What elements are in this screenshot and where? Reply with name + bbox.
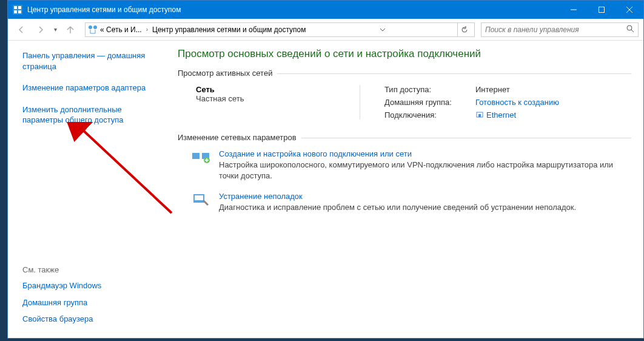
- homegroup-label: Домашняя группа:: [384, 98, 475, 107]
- svg-rect-19: [195, 195, 203, 200]
- sidebar-link-adapter-settings[interactable]: Изменение параметров адаптера: [22, 83, 158, 93]
- breadcrumb-icon: [88, 25, 98, 35]
- svg-rect-4: [18, 10, 21, 13]
- app-icon: [13, 5, 22, 15]
- refresh-button[interactable]: [457, 23, 472, 36]
- titlebar: Центр управления сетями и общим доступом: [8, 1, 643, 19]
- network-name: Сеть: [196, 85, 347, 94]
- recent-dropdown-icon[interactable]: ▾: [52, 24, 59, 35]
- svg-rect-6: [599, 7, 605, 13]
- connection-link[interactable]: Ethernet: [486, 110, 516, 120]
- see-also-browser-props[interactable]: Свойства браузера: [22, 314, 158, 325]
- action-troubleshoot: Устранение неполадок Диагностика и испра…: [191, 192, 631, 213]
- svg-rect-2: [18, 6, 21, 9]
- search-input[interactable]: [485, 25, 626, 34]
- maximize-button[interactable]: [588, 1, 615, 19]
- svg-point-9: [89, 25, 92, 29]
- svg-point-10: [93, 25, 97, 29]
- close-button[interactable]: [615, 1, 643, 19]
- see-also-label: См. также: [22, 265, 158, 274]
- action-troubleshoot-desc: Диагностика и исправление проблем с сеть…: [219, 202, 576, 213]
- homegroup-link[interactable]: Готовность к созданию: [475, 98, 559, 107]
- troubleshoot-icon: [191, 192, 210, 206]
- svg-line-12: [631, 30, 634, 32]
- window-controls: [560, 1, 643, 19]
- breadcrumb[interactable]: « Сеть и И... › Центр управления сетями …: [85, 22, 475, 37]
- breadcrumb-dropdown[interactable]: [375, 23, 390, 36]
- network-entry: Сеть Частная сеть Тип доступа: Интернет …: [196, 85, 631, 120]
- chevron-right-icon: ›: [144, 26, 150, 33]
- connections-label: Подключения:: [384, 110, 475, 120]
- up-button[interactable]: [62, 21, 79, 38]
- breadcrumb-part2[interactable]: Центр управления сетями и общим доступом: [150, 25, 309, 34]
- see-also-firewall[interactable]: Брандмауэр Windows: [22, 280, 158, 291]
- svg-rect-14: [478, 114, 481, 117]
- ethernet-icon: [475, 110, 484, 119]
- sidebar: Панель управления — домашняя страница Из…: [8, 41, 166, 338]
- search-box[interactable]: [481, 22, 639, 37]
- network-type: Частная сеть: [196, 94, 347, 103]
- svg-point-11: [627, 25, 632, 30]
- svg-rect-1: [14, 6, 17, 9]
- new-connection-icon: [191, 149, 210, 164]
- action-new-connection-desc: Настройка широкополосного, коммутируемог…: [219, 160, 631, 181]
- active-networks-label: Просмотр активных сетей: [178, 69, 631, 78]
- change-settings-label: Изменение сетевых параметров: [178, 133, 631, 142]
- body: Панель управления — домашняя страница Из…: [8, 41, 643, 338]
- search-icon: [626, 24, 634, 35]
- svg-rect-3: [14, 10, 17, 13]
- main-content: Просмотр основных сведений о сети и наст…: [166, 41, 643, 338]
- action-new-connection: Создание и настройка нового подключения …: [191, 149, 631, 181]
- back-button[interactable]: [13, 21, 30, 38]
- breadcrumb-part1[interactable]: « Сеть и И...: [98, 25, 144, 34]
- page-title: Просмотр основных сведений о сети и наст…: [178, 48, 631, 60]
- action-new-connection-link[interactable]: Создание и настройка нового подключения …: [219, 149, 631, 158]
- sidebar-link-advanced-sharing[interactable]: Изменить дополнительные параметры общего…: [22, 104, 158, 126]
- window-title: Центр управления сетями и общим доступом: [27, 5, 181, 14]
- access-type-label: Тип доступа:: [384, 85, 475, 94]
- forward-button[interactable]: [32, 21, 49, 38]
- action-troubleshoot-link[interactable]: Устранение неполадок: [219, 192, 576, 201]
- access-type-value: Интернет: [475, 85, 631, 94]
- navbar: ▾ « Сеть и И... › Центр управления сетям…: [8, 19, 643, 41]
- sidebar-link-home[interactable]: Панель управления — домашняя страница: [22, 50, 158, 72]
- control-panel-window: Центр управления сетями и общим доступом…: [7, 0, 644, 339]
- see-also-homegroup[interactable]: Домашняя группа: [22, 297, 158, 308]
- minimize-button[interactable]: [560, 1, 588, 19]
- svg-rect-15: [192, 153, 200, 159]
